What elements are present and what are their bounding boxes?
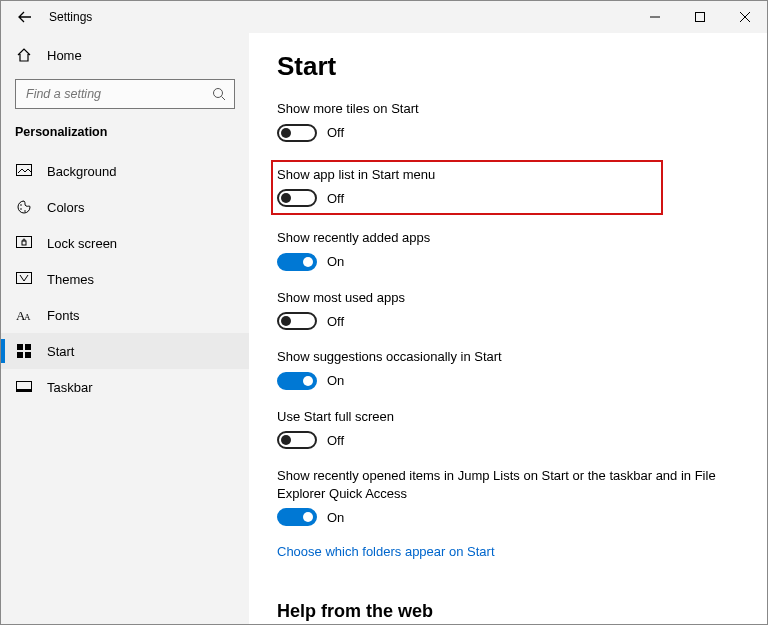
toggle-recently-added[interactable] (277, 253, 317, 271)
taskbar-icon (15, 381, 33, 393)
toggle-state: Off (327, 314, 344, 329)
minimize-button[interactable] (632, 1, 677, 33)
svg-rect-1 (695, 13, 704, 22)
close-button[interactable] (722, 1, 767, 33)
svg-line-5 (222, 97, 226, 101)
setting-app-list: Show app list in Start menu Off (271, 160, 663, 216)
toggle-state: On (327, 254, 344, 269)
setting-most-used: Show most used apps Off (277, 289, 739, 331)
setting-fullscreen: Use Start full screen Off (277, 408, 739, 450)
sidebar-category: Personalization (1, 119, 249, 153)
toggle-state: Off (327, 433, 344, 448)
setting-label: Show more tiles on Start (277, 100, 717, 118)
fonts-icon: AA (15, 307, 33, 323)
start-icon (15, 344, 33, 358)
maximize-icon (695, 12, 705, 22)
picture-icon (15, 164, 33, 178)
sidebar-item-colors[interactable]: Colors (1, 189, 249, 225)
sidebar-home-label: Home (47, 48, 82, 63)
toggle-state: Off (327, 125, 344, 140)
palette-icon (15, 199, 33, 215)
setting-more-tiles: Show more tiles on Start Off (277, 100, 739, 142)
page-title: Start (277, 51, 739, 82)
sidebar-item-label: Themes (47, 272, 94, 287)
help-header: Help from the web (277, 601, 739, 622)
sidebar-item-label: Lock screen (47, 236, 117, 251)
maximize-button[interactable] (677, 1, 722, 33)
back-button[interactable] (1, 1, 49, 33)
svg-rect-15 (17, 344, 23, 350)
sidebar-item-start[interactable]: Start (1, 333, 249, 369)
sidebar-item-label: Taskbar (47, 380, 93, 395)
close-icon (740, 12, 750, 22)
svg-rect-11 (22, 241, 26, 245)
svg-rect-17 (17, 352, 23, 358)
setting-label: Show app list in Start menu (277, 166, 655, 184)
sidebar-item-label: Background (47, 164, 116, 179)
sidebar-item-label: Start (47, 344, 74, 359)
main-content: Start Show more tiles on Start Off Show … (249, 33, 767, 624)
svg-point-9 (24, 210, 26, 212)
setting-label: Show most used apps (277, 289, 717, 307)
back-arrow-icon (18, 10, 32, 24)
toggle-most-used[interactable] (277, 312, 317, 330)
sidebar-item-fonts[interactable]: AA Fonts (1, 297, 249, 333)
minimize-icon (650, 12, 660, 22)
toggle-fullscreen[interactable] (277, 431, 317, 449)
search-box[interactable] (15, 79, 235, 109)
sidebar-item-themes[interactable]: Themes (1, 261, 249, 297)
sidebar-item-background[interactable]: Background (1, 153, 249, 189)
search-input[interactable] (24, 86, 212, 102)
setting-suggestions: Show suggestions occasionally in Start O… (277, 348, 739, 390)
svg-rect-16 (25, 344, 31, 350)
toggle-jumplists[interactable] (277, 508, 317, 526)
svg-rect-20 (17, 389, 32, 392)
svg-point-8 (20, 208, 22, 210)
toggle-more-tiles[interactable] (277, 124, 317, 142)
lockscreen-icon (15, 236, 33, 250)
home-icon (15, 47, 33, 63)
search-icon (212, 87, 226, 101)
svg-point-7 (20, 204, 22, 206)
toggle-suggestions[interactable] (277, 372, 317, 390)
toggle-state: On (327, 510, 344, 525)
svg-rect-18 (25, 352, 31, 358)
toggle-state: Off (327, 191, 344, 206)
sidebar-item-lockscreen[interactable]: Lock screen (1, 225, 249, 261)
window-title: Settings (49, 10, 92, 24)
setting-label: Show recently added apps (277, 229, 717, 247)
link-choose-folders[interactable]: Choose which folders appear on Start (277, 544, 495, 559)
setting-label: Show suggestions occasionally in Start (277, 348, 717, 366)
sidebar-home[interactable]: Home (1, 37, 249, 73)
themes-icon (15, 272, 33, 286)
setting-recently-added: Show recently added apps On (277, 229, 739, 271)
sidebar: Home Personalization Background Colors L… (1, 33, 249, 624)
sidebar-item-label: Colors (47, 200, 85, 215)
svg-text:A: A (24, 312, 31, 322)
svg-rect-10 (17, 237, 32, 248)
svg-point-4 (214, 89, 223, 98)
toggle-app-list[interactable] (277, 189, 317, 207)
setting-jumplists: Show recently opened items in Jump Lists… (277, 467, 739, 526)
sidebar-item-label: Fonts (47, 308, 80, 323)
sidebar-item-taskbar[interactable]: Taskbar (1, 369, 249, 405)
setting-label: Use Start full screen (277, 408, 717, 426)
setting-label: Show recently opened items in Jump Lists… (277, 467, 717, 502)
toggle-state: On (327, 373, 344, 388)
